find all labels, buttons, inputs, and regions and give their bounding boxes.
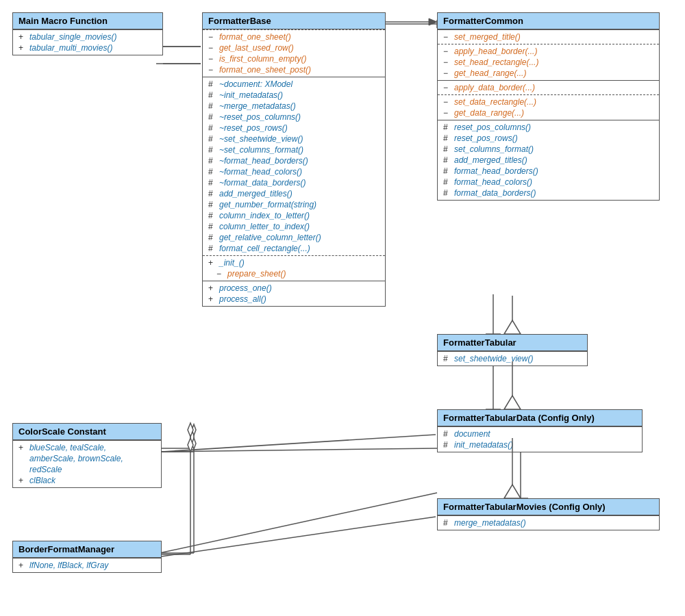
- list-item: +clBlack: [13, 475, 161, 486]
- list-item: +redScale: [13, 464, 161, 475]
- method-label: redScale: [29, 465, 62, 474]
- method-label: ~set_columns_format(): [219, 145, 303, 155]
- method-label: get_data_range(...): [454, 108, 524, 118]
- list-item: #format_cell_rectangle(...): [203, 243, 385, 254]
- method-label: tabular_multi_movies(): [29, 43, 112, 53]
- uml-diagram: Main Macro Function + tabular_single_mov…: [0, 0, 685, 616]
- method-label: ~document: XModel: [219, 79, 292, 89]
- method-label: tabular_single_movies(): [29, 32, 116, 42]
- method-label: is_first_column_empty(): [219, 54, 306, 64]
- list-item: + tabular_multi_movies(): [13, 42, 162, 53]
- svg-marker-12: [192, 424, 196, 435]
- formatter-tabular-header: FormatterTabular: [438, 335, 587, 351]
- color-scale-header: ColorScale Constant: [13, 424, 161, 440]
- method-label: ~init_metadatas(): [219, 90, 283, 100]
- method-label: ~set_sheetwide_view(): [219, 134, 303, 144]
- method-label: init_metadatas(): [454, 440, 513, 450]
- list-item: #~format_data_borders(): [203, 177, 385, 188]
- list-item: #~format_head_colors(): [203, 166, 385, 177]
- list-item: +amberScale, brownScale,: [13, 453, 161, 464]
- method-label: apply_data_border(...): [454, 83, 535, 92]
- svg-marker-34: [188, 438, 193, 452]
- list-item: −apply_head_border(...): [438, 46, 659, 57]
- list-item: #column_index_to_letter(): [203, 210, 385, 221]
- list-item: −format_one_sheet_post(): [203, 64, 385, 75]
- list-item: + tabular_single_movies(): [13, 31, 162, 42]
- svg-line-31: [162, 435, 436, 452]
- method-label: format_head_borders(): [454, 166, 538, 176]
- plus-icon: +: [18, 32, 29, 42]
- method-label: prepare_sheet(): [227, 269, 286, 279]
- ftm-section: #merge_metadatas(): [438, 515, 659, 530]
- main-macro-section: + tabular_single_movies() + tabular_mult…: [13, 29, 162, 55]
- fc-section5: #reset_pos_columns() #reset_pos_rows() #…: [438, 120, 659, 200]
- fc-section3: −apply_data_border(...): [438, 80, 659, 94]
- svg-marker-15: [192, 438, 196, 449]
- list-item: −set_merged_title(): [438, 31, 659, 42]
- formatter-common-box: FormatterCommon −set_merged_title() −app…: [437, 12, 660, 201]
- method-label: apply_head_border(...): [454, 47, 537, 56]
- list-item: −get_head_range(...): [438, 68, 659, 79]
- formatter-base-init: +_init_() −prepare_sheet(): [203, 255, 385, 281]
- list-item: #~reset_pos_columns(): [203, 112, 385, 123]
- svg-line-35: [162, 517, 436, 556]
- main-macro-box: Main Macro Function + tabular_single_mov…: [12, 12, 163, 55]
- list-item: #get_number_format(string): [203, 199, 385, 210]
- method-label: format_one_sheet_post(): [219, 65, 311, 75]
- svg-line-17: [160, 493, 437, 553]
- method-label: get_head_range(...): [454, 68, 526, 78]
- list-item: −get_data_range(...): [438, 107, 659, 118]
- svg-marker-19: [429, 18, 437, 25]
- bf-section: +lfNone, lfBlack, lfGray: [13, 558, 161, 572]
- method-label: reset_pos_columns(): [454, 123, 531, 132]
- main-macro-header: Main Macro Function: [13, 13, 162, 29]
- list-item: −prepare_sheet(): [203, 268, 385, 279]
- formatter-base-abstract: −format_one_sheet() −get_last_used_row()…: [203, 29, 385, 77]
- method-label: set_merged_title(): [454, 32, 521, 42]
- method-label: get_number_format(string): [219, 200, 316, 209]
- svg-marker-23: [504, 396, 521, 409]
- border-format-header: BorderFormatManager: [13, 541, 161, 558]
- formatter-base-public: +process_one() +process_all(): [203, 281, 385, 306]
- list-item: −get_last_used_row(): [203, 42, 385, 53]
- formatter-base-box: FormatterBase −format_one_sheet() −get_l…: [202, 12, 386, 307]
- list-item: #set_columns_format(): [438, 144, 659, 155]
- list-item: #column_letter_to_index(): [203, 221, 385, 232]
- list-item: #~format_head_borders(): [203, 155, 385, 166]
- list-item: +lfNone, lfBlack, lfGray: [13, 560, 161, 571]
- method-label: set_columns_format(): [454, 144, 534, 154]
- list-item: +process_one(): [203, 283, 385, 294]
- formatter-tabular-data-header: FormatterTabularData (Config Only): [438, 410, 642, 426]
- method-label: ~reset_pos_columns(): [219, 112, 301, 122]
- list-item: #format_head_colors(): [438, 177, 659, 188]
- plus-icon: +: [18, 43, 29, 53]
- method-label: document: [454, 429, 490, 439]
- list-item: #reset_pos_columns(): [438, 122, 659, 133]
- svg-marker-30: [188, 423, 193, 437]
- method-label: format_one_sheet(): [219, 32, 291, 42]
- list-item: #~document: XModel: [203, 79, 385, 90]
- list-item: #document: [438, 428, 642, 439]
- method-label: format_cell_rectangle(...): [219, 244, 310, 253]
- formatter-tabular-movies-box: FormatterTabularMovies (Config Only) #me…: [437, 498, 660, 530]
- formatter-common-header: FormatterCommon: [438, 13, 659, 29]
- method-label: reset_pos_rows(): [454, 133, 518, 143]
- method-label: blueScale, tealScale,: [29, 443, 106, 452]
- list-item: #set_sheetwide_view(): [438, 353, 587, 364]
- list-item: −is_first_column_empty(): [203, 53, 385, 64]
- formatter-tabular-data-box: FormatterTabularData (Config Only) #docu…: [437, 409, 643, 452]
- list-item: #reset_pos_rows(): [438, 133, 659, 144]
- svg-line-16: [160, 448, 437, 452]
- list-item: −set_data_rectangle(...): [438, 97, 659, 107]
- list-item: −set_head_rectangle(...): [438, 57, 659, 68]
- svg-marker-21: [504, 320, 521, 334]
- svg-marker-25: [504, 485, 521, 498]
- list-item: #~init_metadatas(): [203, 90, 385, 101]
- method-label: ~format_data_borders(): [219, 178, 306, 188]
- list-item: +blueScale, tealScale,: [13, 442, 161, 453]
- list-item: #format_head_borders(): [438, 166, 659, 177]
- list-item: −format_one_sheet(): [203, 31, 385, 42]
- method-label: merge_metadatas(): [454, 518, 526, 528]
- method-label: add_merged_titles(): [454, 155, 527, 165]
- border-format-box: BorderFormatManager +lfNone, lfBlack, lf…: [12, 541, 162, 573]
